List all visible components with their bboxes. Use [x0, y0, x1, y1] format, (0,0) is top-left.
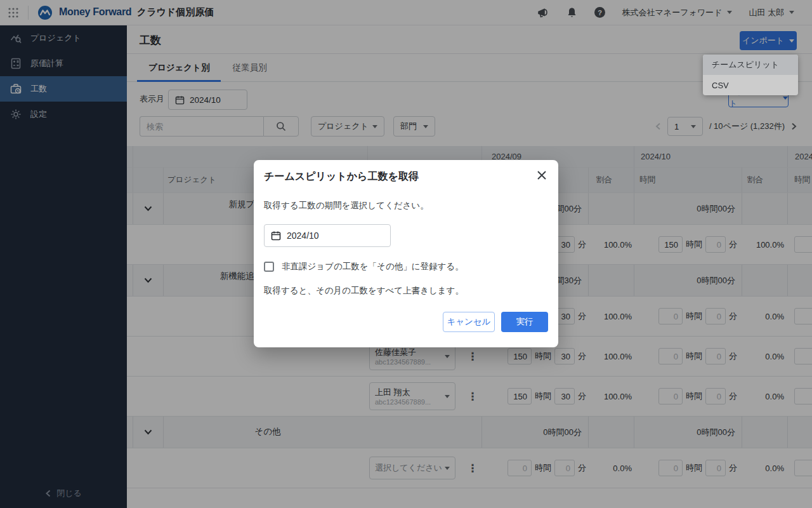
indirect-job-checkbox[interactable]	[264, 262, 274, 272]
cancel-button[interactable]: キャンセル	[443, 312, 495, 332]
import-menu-item-teamspirit[interactable]: チームスピリット	[703, 55, 798, 75]
app: Money Forward クラウド個別原価	[0, 0, 812, 508]
import-menu-item-csv[interactable]: CSV	[703, 75, 798, 95]
overwrite-warning: 取得すると、その月の工数をすべて上書きします。	[264, 285, 548, 297]
modal-month-value: 2024/10	[287, 231, 319, 241]
modal-month-picker[interactable]: 2024/10	[264, 224, 391, 247]
close-icon[interactable]	[537, 170, 547, 180]
checkbox-label: 非直課ジョブの工数を「その他」に登録する。	[282, 261, 464, 272]
import-menu: チームスピリット CSV	[703, 55, 798, 95]
modal-title: チームスピリットから工数を取得	[264, 170, 548, 184]
teamspirit-import-modal: チームスピリットから工数を取得 取得する工数の期間を選択してください。 2024…	[254, 160, 558, 347]
modal-description: 取得する工数の期間を選択してください。	[264, 200, 548, 211]
calendar-icon	[271, 231, 281, 241]
run-button[interactable]: 実行	[501, 312, 548, 332]
